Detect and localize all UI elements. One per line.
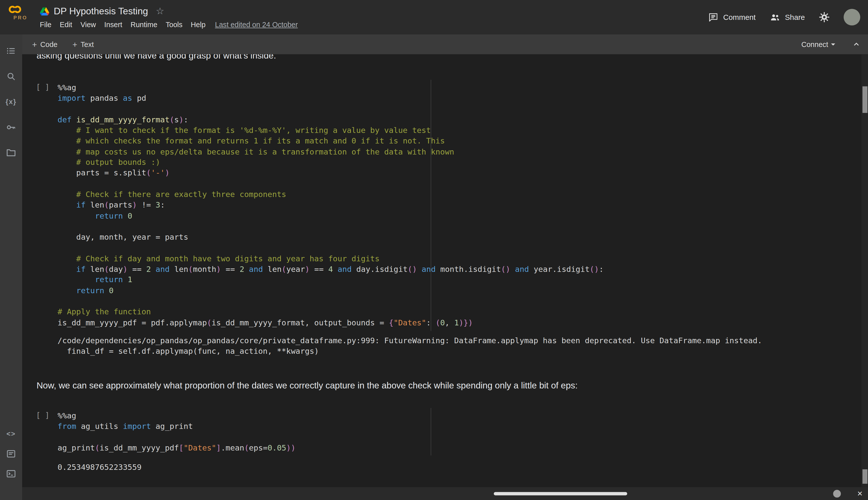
output-line: final_df = self.df.applymap(func, na_act… <box>58 346 855 357</box>
search-button[interactable] <box>4 70 18 83</box>
code-line: # Check if there are exactly three compo… <box>58 189 855 200</box>
table-of-contents-button[interactable] <box>4 44 18 58</box>
code-editor[interactable]: %%agimport pandas as pd def is_dd_mm_yyy… <box>58 79 855 328</box>
table-of-contents-icon <box>5 45 16 57</box>
terminal-button[interactable] <box>4 467 18 480</box>
folder-icon <box>5 147 16 158</box>
title-area: DP Hypothesis Testing ☆ FileEditViewInse… <box>40 4 298 29</box>
menu-row: FileEditViewInsertRuntimeToolsHelp Last … <box>40 21 298 29</box>
menu-item-edit[interactable]: Edit <box>60 21 72 29</box>
share-button[interactable]: Share <box>769 12 805 23</box>
search-icon <box>6 71 16 82</box>
close-panel-button[interactable]: × <box>857 487 863 500</box>
left-sidebar: {x} <> <box>0 34 22 500</box>
run-cell-button[interactable]: [ ] <box>36 411 49 419</box>
code-line: ag_print(is_dd_mm_yyyy_pdf["Dates"].mean… <box>58 443 855 454</box>
share-label: Share <box>785 13 805 21</box>
header-actions: Comment Share <box>708 0 860 34</box>
code-line: # Apply the function <box>58 307 855 318</box>
markdown-text: Now, we can see approximately what propo… <box>36 380 845 391</box>
connect-label: Connect <box>801 40 828 48</box>
plus-icon: + <box>72 40 77 48</box>
colab-app: PRO DP Hypothesis Testing ☆ FileEditView… <box>0 0 868 500</box>
notebook-toolbar: + Code + Text Connect <box>22 34 868 54</box>
connect-button[interactable]: Connect <box>801 39 838 49</box>
code-line: if len(parts) != 3: <box>58 200 855 211</box>
cell-output: /code/dependencies/op_pandas/op_pandas/c… <box>58 336 855 357</box>
app-header: PRO DP Hypothesis Testing ☆ FileEditView… <box>0 0 868 34</box>
menu-item-view[interactable]: View <box>80 21 96 29</box>
code-line: return 0 <box>58 211 855 221</box>
status-dot <box>833 490 841 498</box>
avatar[interactable] <box>844 9 860 25</box>
menu-item-help[interactable]: Help <box>191 21 206 29</box>
colab-logo[interactable]: PRO <box>5 3 35 20</box>
code-line: %%ag <box>58 82 855 93</box>
code-line: # output bounds :) <box>58 157 855 168</box>
add-code-button[interactable]: + Code <box>32 40 58 48</box>
terminal-icon <box>5 468 16 479</box>
last-edited-link[interactable]: Last edited on 24 October <box>215 21 298 29</box>
add-text-button[interactable]: + Text <box>72 40 94 48</box>
scrollbar-fragment <box>862 469 867 484</box>
code-line: if len(day) == 2 and len(month) == 2 and… <box>58 264 855 275</box>
code-line: day, month, year = parts <box>58 232 855 243</box>
code-line <box>58 296 855 307</box>
comment-button[interactable]: Comment <box>708 12 755 22</box>
code-line <box>58 179 855 190</box>
cell-gutter: [ ] <box>36 410 49 420</box>
horizontal-scrollbar-thumb[interactable] <box>494 492 627 495</box>
plus-icon: + <box>32 40 37 48</box>
add-code-label: Code <box>40 40 57 48</box>
console-button[interactable] <box>4 447 18 460</box>
menu-item-file[interactable]: File <box>40 21 52 29</box>
code-cell-2[interactable]: [ ] %%agfrom ag_utils import ag_print ag… <box>33 407 855 473</box>
menu-bar: FileEditViewInsertRuntimeToolsHelp <box>40 21 206 29</box>
colab-logo-icon <box>5 3 24 15</box>
add-text-label: Text <box>81 40 94 48</box>
files-button[interactable] <box>4 146 18 160</box>
variables-icon: {x} <box>5 98 16 106</box>
code-snippets-button[interactable]: <> <box>4 427 18 440</box>
statusbar: × <box>22 487 868 500</box>
drive-icon <box>40 7 49 15</box>
run-cell-button[interactable]: [ ] <box>36 82 49 91</box>
code-editor[interactable]: %%agfrom ag_utils import ag_print ag_pri… <box>58 407 855 453</box>
code-line: import pandas as pd <box>58 93 855 104</box>
code-line: parts = s.split('-') <box>58 168 855 179</box>
comment-label: Comment <box>723 13 756 21</box>
collapse-sections-button[interactable] <box>852 39 861 49</box>
menu-item-tools[interactable]: Tools <box>165 21 182 29</box>
settings-button[interactable] <box>819 12 830 23</box>
code-cell-1[interactable]: [ ] %%agimport pandas as pd def is_dd_mm… <box>33 79 855 357</box>
code-line: from ag_utils import ag_print <box>58 421 855 432</box>
menu-item-runtime[interactable]: Runtime <box>130 21 157 29</box>
comment-icon <box>708 12 719 22</box>
vertical-scrollbar[interactable] <box>861 54 868 487</box>
vertical-scrollbar-thumb[interactable] <box>862 87 867 113</box>
code-line: # which checks the format and returns 1 … <box>58 136 855 147</box>
code-line: %%ag <box>58 411 855 421</box>
code-line: return 1 <box>58 275 855 285</box>
caret-down-icon <box>828 39 838 49</box>
people-icon <box>769 12 780 23</box>
code-line <box>58 221 855 232</box>
notebook-content: asking questions until we have a good gr… <box>22 54 861 487</box>
output-line: 0.2534987652233559 <box>58 462 855 473</box>
code-line: # map costs us no eps/delta because it i… <box>58 147 855 157</box>
secrets-button[interactable] <box>4 121 18 134</box>
output-line: /code/dependencies/op_pandas/op_pandas/c… <box>58 336 855 346</box>
code-line: # Check if day and month have two digits… <box>58 253 855 264</box>
notebook-title[interactable]: DP Hypothesis Testing <box>54 6 148 17</box>
code-line <box>58 243 855 253</box>
star-icon[interactable]: ☆ <box>156 7 164 16</box>
variables-button[interactable]: {x} <box>4 95 18 109</box>
markdown-cell[interactable]: Now, we can see approximately what propo… <box>36 380 845 391</box>
cell-gutter: [ ] <box>36 82 49 92</box>
markdown-clipped-text: asking questions until we have a good gr… <box>36 54 276 61</box>
code-line: is_dd_mm_yyyy_pdf = pdf.applymap(is_dd_m… <box>58 317 855 328</box>
menu-item-insert[interactable]: Insert <box>104 21 122 29</box>
code-line: return 0 <box>58 285 855 296</box>
code-line <box>58 104 855 115</box>
gear-icon <box>819 12 830 23</box>
